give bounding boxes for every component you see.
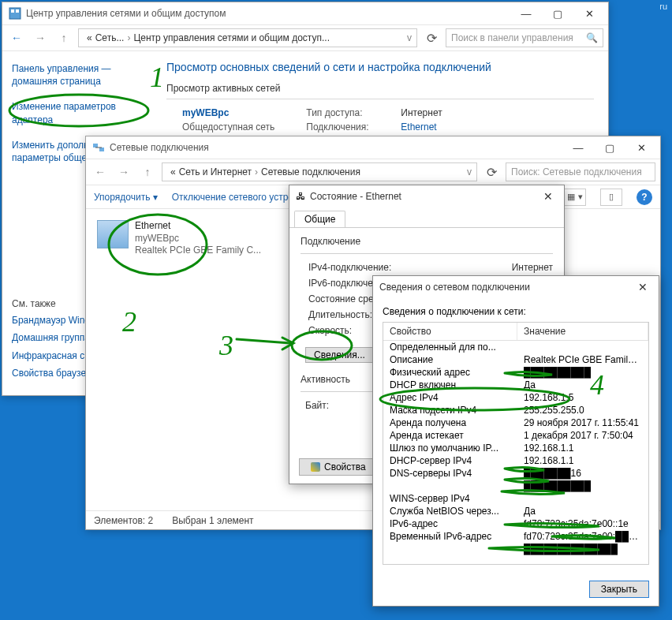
sidebar-adapter-settings-link[interactable]: Изменение параметров адаптера	[12, 100, 143, 125]
forward-button[interactable]: →	[31, 28, 50, 47]
value-cell: 255.255.255.0	[517, 404, 648, 416]
col-property[interactable]: Свойство	[383, 323, 517, 340]
search-input[interactable]: Поиск в панели управления 🔍	[446, 28, 603, 47]
table-row[interactable]: Аренда получена29 ноября 2017 г. 11:55:4…	[383, 416, 648, 429]
help-button[interactable]: ?	[637, 189, 652, 205]
value-cell: fd70:723c:35da:7e00:████70d	[517, 530, 648, 543]
breadcrumb[interactable]: «	[87, 32, 92, 43]
table-row[interactable]: IPv6-адресfd70:723c:35da:7e00::1e	[383, 517, 648, 530]
table-row[interactable]: DHCP включенДа	[383, 379, 648, 391]
table-row[interactable]: Адрес IPv4192.168.1.5	[383, 391, 648, 404]
address-bar[interactable]: « Сеть и Интернет › Сетевые подключения …	[162, 162, 477, 181]
close-button[interactable]: ✕	[625, 136, 657, 159]
table-row[interactable]: Маска подсети IPv4255.255.255.0	[383, 404, 648, 416]
details-table: Свойство Значение Определенный для по...…	[383, 322, 649, 565]
adapter-name: Ethernet	[135, 220, 261, 233]
connections-label: Подключения:	[306, 121, 393, 133]
view-button[interactable]: ▦ ▾	[564, 189, 586, 206]
property-cell	[383, 543, 517, 555]
table-row[interactable]: ██████████	[383, 480, 648, 492]
close-button[interactable]: ✕	[632, 278, 654, 296]
property-cell	[383, 480, 517, 492]
refresh-button[interactable]: ⟳	[482, 162, 501, 181]
value-cell: ██████████████	[517, 543, 648, 555]
adapter-network: myWEBpc	[135, 233, 261, 245]
dropdown-icon[interactable]: v	[467, 166, 472, 177]
titlebar: Центр управления сетями и общим доступом…	[2, 2, 608, 24]
maximize-button[interactable]: ▢	[594, 136, 625, 159]
connection-icon: 🖧	[296, 191, 305, 202]
close-button[interactable]: ✕	[573, 2, 605, 24]
breadcrumb[interactable]: Сетевые подключения	[261, 166, 360, 177]
back-button[interactable]: ←	[7, 28, 26, 47]
table-row[interactable]: DHCP-сервер IPv4192.168.1.1	[383, 454, 648, 467]
sidebar-home-link[interactable]: Панель управления — домашняя страница	[12, 62, 143, 88]
window-title: Центр управления сетями и общим доступом	[26, 8, 510, 19]
dropdown-icon[interactable]: v	[407, 32, 412, 43]
active-networks-label: Просмотр активных сетей	[166, 83, 594, 94]
close-dialog-button[interactable]: Закрыть	[589, 581, 649, 598]
value-cell	[517, 492, 648, 505]
property-cell: Маска подсети IPv4	[383, 404, 517, 416]
property-cell: Служба NetBIOS через...	[383, 505, 517, 517]
value-cell: Да	[517, 379, 648, 391]
dialog-titlebar: Сведения о сетевом подключении ✕	[373, 276, 659, 298]
breadcrumb[interactable]: Центр управления сетями и общим доступ..…	[133, 32, 330, 43]
preview-pane-button[interactable]: ▯	[600, 189, 622, 206]
table-row[interactable]: Временный IPv6-адресfd70:723c:35da:7e00:…	[383, 530, 648, 543]
adapter-device: Realtek PCIe GBE Family C...	[135, 245, 261, 257]
property-cell: WINS-сервер IPv4	[383, 492, 517, 505]
table-row[interactable]: Служба NetBIOS через...Да	[383, 505, 648, 517]
breadcrumb[interactable]: Сеть и Интернет	[179, 166, 252, 177]
table-row[interactable]: ОписаниеRealtek PCIe GBE Family Controll…	[383, 353, 648, 366]
up-button[interactable]: ↑	[54, 28, 73, 47]
minimize-button[interactable]: —	[510, 2, 542, 24]
toolbar: ← → ↑ « Сеть... › Центр управления сетям…	[2, 24, 608, 51]
up-button[interactable]: ↑	[138, 162, 157, 181]
organize-menu[interactable]: Упорядочить ▾	[94, 192, 158, 203]
property-cell: IPv6-адрес	[383, 517, 517, 530]
table-row[interactable]: Аренда истекает1 декабря 2017 г. 7:50:04	[383, 429, 648, 442]
forward-button[interactable]: →	[114, 162, 133, 181]
search-input[interactable]: Поиск: Сетевые подключения	[506, 162, 655, 181]
breadcrumb[interactable]: «	[170, 166, 176, 177]
dialog-connection-details: Сведения о сетевом подключении ✕ Сведени…	[372, 275, 659, 607]
table-row[interactable]: Определенный для по...	[383, 341, 648, 353]
table-row[interactable]: DNS-серверы IPv4███████16	[383, 467, 648, 480]
dialog-title: Сведения о сетевом подключении	[379, 282, 632, 293]
value-cell	[517, 341, 648, 353]
property-cell: DNS-серверы IPv4	[383, 467, 517, 480]
text-placeholder: Поиск в панели управления	[451, 32, 573, 43]
address-bar[interactable]: « Сеть... › Центр управления сетями и об…	[78, 28, 417, 47]
table-row[interactable]: Шлюз по умолчанию IP...192.168.1.1	[383, 442, 648, 454]
col-value[interactable]: Значение	[517, 323, 648, 340]
value-cell: ██████████	[517, 480, 648, 492]
property-cell: Адрес IPv4	[383, 391, 517, 404]
tab-general[interactable]: Общие	[294, 211, 345, 227]
duration-label: Длительность:	[308, 309, 372, 320]
breadcrumb[interactable]: Сеть...	[95, 32, 125, 43]
close-button[interactable]: ✕	[537, 188, 559, 205]
table-row[interactable]: ██████████████	[383, 543, 648, 555]
network-connections-icon	[92, 141, 105, 154]
minimize-button[interactable]: —	[562, 136, 594, 159]
page-heading: Просмотр основных сведений о сети и наст…	[166, 61, 594, 73]
table-row[interactable]: WINS-сервер IPv4	[383, 492, 648, 505]
adapter-item-ethernet[interactable]: Ethernet myWEBpc Realtek PCIe GBE Family…	[94, 217, 291, 260]
svg-rect-1	[11, 9, 14, 13]
value-cell: ██████████	[517, 366, 648, 379]
details-button[interactable]: Сведения...	[305, 347, 374, 363]
refresh-button[interactable]: ⟳	[422, 28, 441, 47]
adapter-icon	[97, 220, 129, 248]
property-cell: DHCP-сервер IPv4	[383, 454, 517, 467]
titlebar: Сетевые подключения — ▢ ✕	[86, 136, 660, 159]
network-name: myWEBpc	[182, 107, 274, 118]
maximize-button[interactable]: ▢	[542, 2, 573, 24]
value-cell: 192.168.1.1	[517, 442, 648, 454]
property-cell: Временный IPv6-адрес	[383, 530, 517, 543]
back-button[interactable]: ←	[91, 162, 110, 181]
connection-link[interactable]: Ethernet	[401, 121, 436, 133]
table-row[interactable]: Физический адрес██████████	[383, 366, 648, 379]
desktop-corner-text: ru	[659, 2, 667, 11]
properties-button[interactable]: Свойства	[299, 458, 378, 476]
